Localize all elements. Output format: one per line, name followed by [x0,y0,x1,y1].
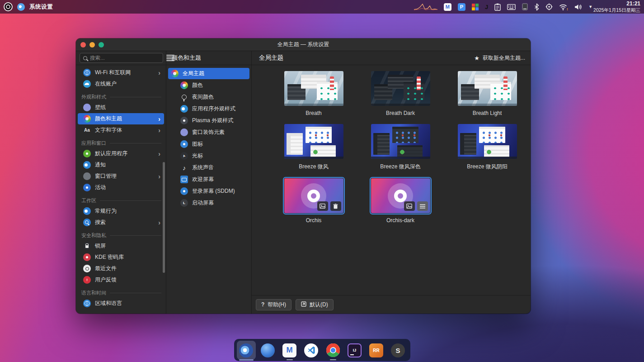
subnav-item[interactable]: 图标 [168,138,249,150]
sidebar-item[interactable]: 通知 [78,159,164,171]
volume-icon[interactable] [574,2,582,11]
menu-app-name[interactable]: 系统设置 [29,3,53,11]
rustrover-dock-icon[interactable]: RR [367,341,386,360]
search-box[interactable] [80,53,163,63]
theme-card-breath[interactable]: Breath [270,71,357,116]
sidebar-item[interactable]: 活动 [78,182,164,193]
theme-thumbnail[interactable] [284,71,343,106]
icons-icon [180,140,188,148]
theme-card-breeze-dark[interactable]: Breeze 微风深色 [357,124,444,171]
theme-thumbnail[interactable] [371,124,430,159]
blue-sphere-app-dock-icon[interactable] [259,341,277,360]
sidebar-item[interactable]: 搜索› [78,217,164,228]
subnav-item[interactable]: 应用程序外观样式 [168,103,249,114]
subnav-item[interactable]: ♪系统声音 [168,162,249,173]
theme-card-breath-dark[interactable]: Breath Dark [357,71,444,116]
sidebar-item[interactable]: 在线账户 [78,78,164,90]
application-style-icon [180,105,188,113]
chrome-dock-icon[interactable] [324,341,343,360]
sidebar-item[interactable]: 区域和语言 [78,298,164,309]
messenger-p-icon[interactable]: P [458,2,465,11]
sidebar-item[interactable]: 常规行为 [78,205,164,217]
theme-card-orchis[interactable]: Orchis [270,178,357,224]
thumbnail-d3-shape [404,82,424,100]
distro-logo-icon[interactable] [4,2,13,11]
menu-hamburger-icon[interactable] [166,55,174,61]
sidebar-item-label: KDE 密码库 [95,253,124,261]
window-titlebar[interactable]: 全局主题 — 系统设置 [76,38,531,51]
subnav-item[interactable]: L启动屏幕 [168,197,249,209]
theme-thumbnail[interactable] [371,71,430,106]
sidebar-item[interactable]: 窗口管理› [78,171,164,182]
clock-date: 2025年1月15日星期三 [593,7,640,13]
defaults-button[interactable]: 默认(D) [296,299,334,310]
thumbnail-d3-shape [310,145,336,157]
menu-clock[interactable]: 21:21 2025年1月15日星期三 [593,1,640,13]
settings-sidebar: Wi-Fi 和互联网›在线账户外观和样式壁纸颜色和主题›Aa文字和字体›应用和窗… [76,51,166,314]
system-settings-menu-icon[interactable] [17,3,25,11]
sidebar-item[interactable]: 最近文件 [78,263,164,274]
gmail-icon[interactable]: M [444,2,451,11]
sidebar-item[interactable]: Wi-Fi 和互联网› [78,67,164,78]
sidebar-item[interactable]: 颜色和主题› [78,113,164,124]
image-action-icon[interactable] [404,201,415,211]
sidebar-scrollbar[interactable] [163,162,165,273]
trash-action-icon[interactable] [330,201,341,211]
theme-thumbnail[interactable] [458,124,517,159]
subnav-header: 颜色和主题 [166,51,251,65]
subnav-item[interactable]: 夜间颜色 [168,91,249,103]
search-input[interactable] [90,55,160,61]
image-action-icon[interactable] [317,201,328,211]
theme-card-breeze[interactable]: Breeze 微风 [270,124,357,171]
close-button[interactable] [80,42,86,48]
s-app-dock-icon[interactable]: S [389,341,408,360]
help-button[interactable]: ?帮助(H) [256,299,291,310]
menu-action-icon[interactable] [417,201,428,211]
subnav-item[interactable]: Plasma 外观样式 [168,115,249,126]
dropdown-caret-icon[interactable]: ▼ [588,2,592,11]
subnav-item[interactable]: 光标 [168,150,249,162]
minimize-button[interactable] [89,42,95,48]
subnav-item[interactable]: 窗口装饰元素 [168,127,249,138]
subnav-item[interactable]: 全局主题 [168,68,249,79]
sidebar-item[interactable]: 默认应用程序› [78,148,164,159]
clipboard-icon[interactable] [494,2,501,11]
sidebar-item[interactable]: 锁屏 [78,240,164,252]
sidebar-item[interactable]: Aa文字和字体› [78,124,164,136]
tablet-icon[interactable] [522,2,528,11]
theme-thumbnail[interactable] [284,178,343,213]
intellij-idea-dock-icon[interactable]: IJ [345,341,364,360]
subnav-item[interactable]: 登录屏幕 (SDDM) [168,186,249,197]
mail-dock-icon[interactable]: M [280,341,299,360]
subnav-item[interactable]: 欢迎屏幕 [168,174,249,185]
keyboard-layout-icon[interactable] [507,2,516,11]
global-theme-icon [171,70,179,77]
theme-card-breath-light[interactable]: Breath Light [444,71,531,116]
subnav-item-label: 启动屏幕 [192,199,214,207]
get-new-themes-button[interactable]: ★ 获取新全局主题... [474,54,525,62]
theme-card-orchis-dark[interactable]: Orchis-dark [357,178,444,224]
sidebar-item[interactable]: !用户反馈 [78,274,164,286]
jetbrains-toolbox-icon[interactable]: J [485,2,488,11]
app-grid-icon[interactable] [472,2,479,11]
theme-thumbnail[interactable] [458,71,517,106]
theme-thumbnail[interactable] [284,124,343,159]
theme-thumbnail[interactable] [371,178,430,213]
system-settings-dock-icon[interactable] [237,341,256,360]
subnav-item[interactable]: 颜色 [168,80,249,91]
display-settings-icon[interactable] [545,2,553,11]
notifications-icon [83,161,91,169]
theme-name: Breeze 微风阴阳 [467,163,507,171]
sidebar-item-label: 在线账户 [95,80,117,88]
sidebar-item[interactable]: 壁纸 [78,102,164,113]
vscode-dock-icon[interactable] [302,341,321,360]
theme-card-breeze-twilight[interactable]: Breeze 微风阴阳 [444,124,531,171]
sidebar-section-header: 应用和窗口 [81,140,161,147]
maximize-button[interactable] [99,42,104,48]
sidebar-item[interactable]: KDE 密码库 [78,252,164,263]
bluetooth-icon[interactable] [534,2,539,11]
sidebar-item-label: 最近文件 [95,265,117,272]
clock-time: 21:21 [593,1,640,7]
cpu-sparkline-icon[interactable] [414,2,437,11]
wifi-warning-icon[interactable]: ! [559,2,568,11]
